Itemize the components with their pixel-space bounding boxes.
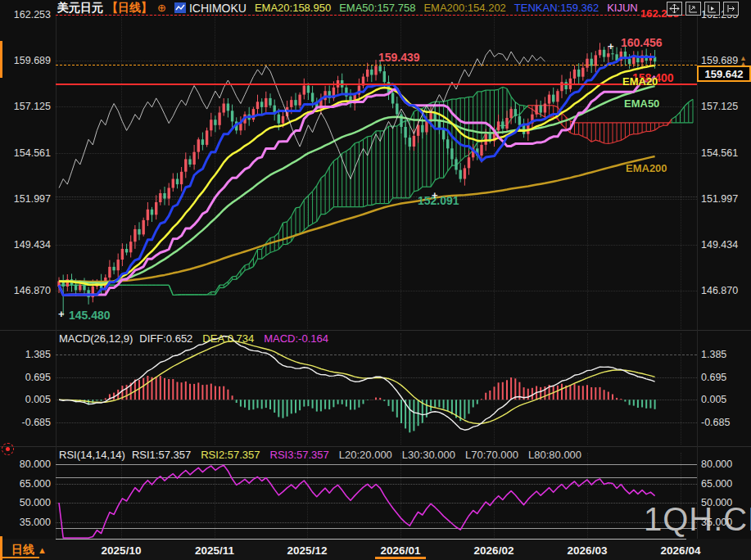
rsi-header: RSI(14,14,14) RSI1:57.357 RSI2:57.357 RS… — [59, 449, 581, 461]
crosshair-hline — [56, 196, 697, 197]
scrollbar-thumb[interactable] — [375, 557, 426, 559]
x-axis-label: 2026/04 — [661, 544, 701, 557]
fit-chart-icon[interactable] — [685, 2, 701, 16]
macd-dea-readout: DEA:0.734 — [202, 332, 254, 345]
crosshair-cross: + — [432, 191, 438, 201]
ichimoku-chart-icon — [174, 2, 186, 13]
resistance-label: 159.439 — [378, 51, 420, 64]
ema50-line-tag: EMA50 — [624, 97, 659, 110]
indicator-name[interactable]: ICHIMOKU — [189, 2, 247, 15]
period-tab-arrow-icon: ▲ — [38, 545, 47, 555]
alert-line-158400[interactable] — [56, 84, 697, 85]
high-marker-cross: + — [608, 42, 614, 52]
rsi-title[interactable]: RSI(14,14,14) — [59, 449, 125, 461]
period-tab-daily[interactable]: 日线 ▲ — [11, 543, 47, 558]
ema20-line-tag: EMA20 — [622, 75, 658, 88]
chart-window: 美元日元 【日线】 ⊕ ICHIMOKU EMA20:158.950 EMA50… — [0, 0, 751, 560]
play-forward-icon[interactable] — [704, 2, 720, 16]
plot-bottom-border — [56, 539, 686, 540]
left-panel-strip[interactable] — [0, 41, 2, 78]
low-marker-cross: + — [58, 309, 65, 319]
rsi2-readout: RSI2:57.357 — [201, 449, 260, 461]
ema200-value-label: 152.091 — [418, 194, 459, 207]
rsi-l20-readout: L20:20.000 — [339, 449, 392, 461]
kijun-readout: KIJUN — [607, 2, 638, 14]
rsi-l30-readout: L30:30.000 — [402, 449, 455, 461]
macd-title[interactable]: MACD(26,12,9) — [59, 332, 133, 345]
ema20-readout: EMA20:158.950 — [255, 2, 331, 14]
period-tab-label: 日线 — [11, 543, 34, 556]
macd-header: MACD(26,12,9) DIFF:0.652 DEA:0.734 MACD:… — [59, 332, 328, 345]
rsi-l80-readout: L80:80.000 — [528, 449, 581, 461]
highest-price-label: 160.456 — [621, 36, 663, 49]
ema200-line-tag: EMA200 — [626, 162, 667, 174]
x-axis-label: 2025/12 — [287, 544, 328, 557]
rsi3-readout: RSI3:57.357 — [270, 449, 329, 461]
macd-diff-readout: DIFF:0.652 — [139, 332, 192, 345]
x-axis-label: 2025/11 — [195, 544, 234, 557]
symbol-title: 美元日元 — [57, 1, 103, 16]
site-watermark: 1QH.CN — [644, 501, 751, 538]
go-to-end-icon[interactable] — [723, 2, 739, 16]
period-tag[interactable]: 【日线】 — [106, 1, 152, 16]
rsi1-readout: RSI1:57.357 — [132, 449, 191, 461]
x-axis-label: 2026/02 — [474, 544, 514, 557]
chart-toolbar — [667, 2, 739, 16]
x-axis-label: 2026/03 — [568, 544, 608, 557]
x-axis-label: 2026/01 — [381, 544, 421, 557]
ema200-readout: EMA200:154.202 — [423, 2, 505, 14]
left-panel-strip[interactable] — [0, 536, 2, 560]
tenkan-readout: TENKAN:159.362 — [514, 2, 599, 14]
chart-header: 美元日元 【日线】 ⊕ ICHIMOKU EMA20:158.950 EMA50… — [57, 1, 638, 15]
macd-macd-readout: MACD:-0.164 — [264, 332, 328, 345]
lowest-price-label: 145.480 — [69, 309, 111, 322]
price-alarm-icon[interactable] — [2, 443, 14, 455]
last-price-tag: 159.642 — [697, 65, 751, 82]
resistance-dashed-line[interactable] — [56, 65, 697, 65]
rsi-l70-readout: L70:70.000 — [465, 449, 518, 461]
ema50-readout: EMA50:157.758 — [339, 2, 415, 14]
add-indicator-icon[interactable]: ⊕ — [157, 2, 166, 14]
x-axis-label: 2025/10 — [102, 544, 142, 557]
pan-move-icon[interactable] — [667, 2, 682, 16]
period-tab-underline — [2, 557, 39, 558]
